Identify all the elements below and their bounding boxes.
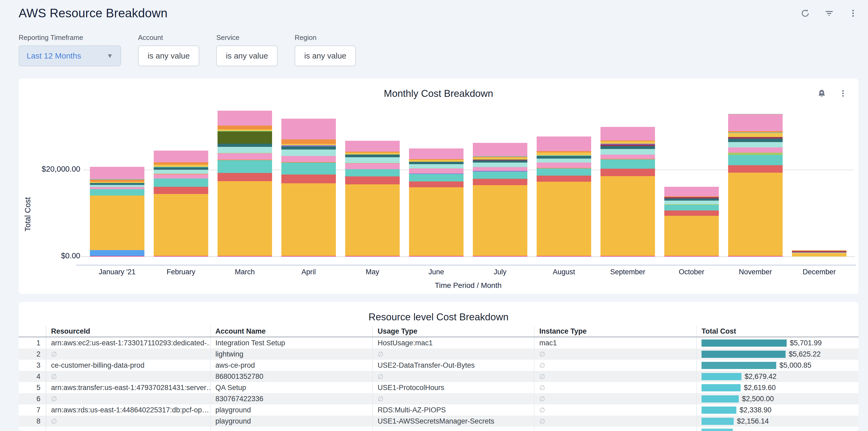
stacked-bar-november[interactable] [728,114,783,256]
bar-segment-teal[interactable] [218,160,272,173]
bar-segment-lightcyan[interactable] [154,170,208,174]
bar-segment-pink[interactable] [728,147,783,153]
bar-segment-magenta[interactable] [537,256,591,256]
bar-segment-coral[interactable] [154,187,208,194]
bar-segment-pink[interactable] [218,153,272,160]
bar-segment-yellow[interactable] [154,165,208,167]
stacked-bar-july[interactable] [473,143,527,256]
stacked-bar-february[interactable] [154,151,208,256]
bar-segment-magenta[interactable] [728,256,783,256]
bar-segment-amber[interactable] [218,181,272,256]
bar-segment-pink[interactable] [345,141,400,152]
bar-segment-pink[interactable] [409,149,464,159]
bar-segment-coral[interactable] [537,176,591,182]
stacked-bar-june[interactable] [409,149,464,256]
bar-segment-amber[interactable] [409,187,464,256]
region-filter-button[interactable]: is any value [294,45,356,66]
stacked-bar-january-21[interactable] [90,167,145,256]
bar-segment-teal[interactable] [281,162,336,175]
bar-segment-magenta[interactable] [345,256,400,256]
bar-segment-magenta[interactable] [218,256,272,256]
bar-segment-lightcyan[interactable] [281,150,336,156]
kebab-menu-icon[interactable] [848,8,859,19]
bar-segment-orange[interactable] [218,126,272,129]
bar-segment-lightcyan[interactable] [473,162,527,167]
bar-segment-pink[interactable] [728,114,783,131]
bar-segment-orange[interactable] [281,140,336,144]
bar-segment-yellow[interactable] [537,152,591,155]
bar-segment-darkteal[interactable] [537,156,591,159]
bar-segment-coral[interactable] [409,181,464,187]
bar-segment-pink[interactable] [537,162,591,168]
bar-segment-amber[interactable] [728,173,783,256]
bar-segment-yellow[interactable] [600,141,655,144]
stacked-bar-may[interactable] [345,141,400,256]
bar-segment-amber[interactable] [281,183,336,256]
stacked-bar-september[interactable] [600,127,655,256]
bar-segment-lime[interactable] [728,153,783,155]
bar-segment-lightcyan[interactable] [600,149,655,155]
bar-segment-teal[interactable] [409,174,464,182]
bar-segment-coral[interactable] [728,165,783,173]
column-header-instance-type[interactable]: Instance Type [534,326,696,337]
table-row[interactable]: 7arn:aws:rds:us-east-1:448640225317:db:p… [19,404,859,415]
stacked-bar-march[interactable] [218,111,272,256]
bar-segment-pink[interactable] [281,119,336,140]
bar-segment-pink[interactable] [600,155,655,159]
bar-segment-yellow[interactable] [409,160,464,162]
bar-segment-coral[interactable] [345,176,400,184]
stacked-bar-december[interactable] [792,250,846,256]
bar-segment-lightcyan[interactable] [664,201,719,205]
column-header-usage-type[interactable]: Usage Type [372,326,534,337]
bar-segment-amber[interactable] [537,182,591,256]
bar-segment-magenta[interactable] [664,256,719,256]
bar-segment-lightcyan[interactable] [728,142,783,147]
table-row[interactable]: 2∅lightwing∅∅$5,625.22 [19,348,859,360]
bar-segment-amber[interactable] [154,194,208,256]
bar-segment-magenta[interactable] [90,256,145,256]
bar-segment-darkteal[interactable] [409,162,464,164]
bar-segment-yellow[interactable] [728,133,783,137]
table-row[interactable]: 5arn:aws:transfer:us-east-1:479370281431… [19,382,859,393]
bar-segment-teal[interactable] [537,168,591,176]
bar-segment-pink[interactable] [218,111,272,125]
bar-segment-orange[interactable] [154,162,208,165]
table-row[interactable]: 6∅830767422336∅∅$2,500.00 [19,393,859,404]
timeframe-dropdown[interactable]: Last 12 Months ▼ [19,45,121,66]
bar-segment-lightcyan[interactable] [537,159,591,162]
column-header-resource-id[interactable]: ResourceId [46,326,210,337]
bar-segment-pink[interactable] [664,187,719,196]
bar-segment-teal[interactable] [664,205,719,210]
bar-segment-teal[interactable] [600,159,655,169]
bar-segment-darkteal[interactable] [728,138,783,142]
kebab-menu-icon[interactable] [838,89,848,98]
bar-segment-amber[interactable] [664,216,719,256]
table-row[interactable]: 3ce-customer-billing-data-prodaws-ce-pro… [19,360,859,371]
bar-segment-darkteal[interactable] [90,183,145,185]
bar-segment-coral[interactable] [664,210,719,216]
table-row-partial[interactable] [19,427,859,431]
bar-segment-pink[interactable] [473,143,527,156]
bar-segment-darkteal[interactable] [154,167,208,170]
bar-segment-pink[interactable] [90,187,145,189]
bar-segment-darkteal[interactable] [218,144,272,147]
filter-icon[interactable] [824,8,835,19]
stacked-bar-august[interactable] [537,136,591,256]
bar-segment-magenta[interactable] [409,256,464,256]
bar-segment-darkteal[interactable] [281,146,336,150]
bar-segment-teal[interactable] [473,172,527,179]
bar-segment-pink[interactable] [154,151,208,162]
bar-segment-pink[interactable] [345,163,400,169]
bar-segment-teal[interactable] [728,155,783,165]
table-row[interactable]: 1arn:aws:ec2:us-east-1:733017110293:dedi… [19,337,859,348]
service-filter-button[interactable]: is any value [216,45,277,66]
bar-segment-coral[interactable] [281,175,336,183]
bar-segment-pink[interactable] [409,168,464,174]
bar-segment-coral[interactable] [218,173,272,181]
column-header-total-cost[interactable]: Total Cost [696,326,859,337]
bar-segment-magenta[interactable] [473,256,527,256]
bar-segment-pink[interactable] [537,136,591,151]
stacked-bar-april[interactable] [281,119,336,256]
bar-segment-coral[interactable] [600,169,655,176]
bar-segment-darkteal[interactable] [345,155,400,157]
